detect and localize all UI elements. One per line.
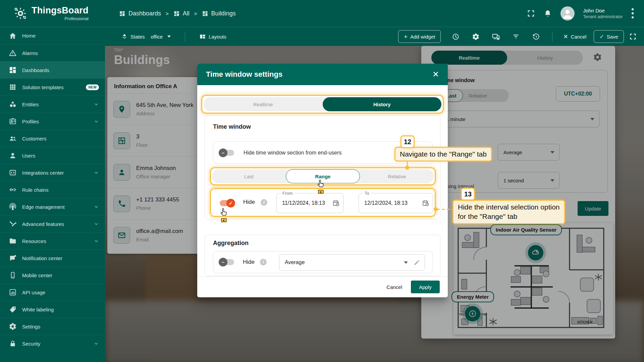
sidebar-item-edge-management[interactable]: Edge management xyxy=(0,198,105,215)
connected-devices-icon[interactable] xyxy=(486,33,506,41)
chevron-down-icon xyxy=(94,221,99,227)
mouse-cursor-range-tab xyxy=(317,179,325,189)
calendar-clock-icon[interactable] xyxy=(332,199,340,207)
dialog-tab-realtime[interactable]: Realtime xyxy=(204,97,323,111)
mouse-cursor-hide-toggle xyxy=(220,208,228,217)
add-widget-button[interactable]: + Add widget xyxy=(398,30,441,43)
version-history-icon[interactable] xyxy=(526,33,546,41)
sidebar-item-alarms[interactable]: Alarms xyxy=(0,44,105,61)
hide-label: Hide xyxy=(243,259,255,265)
callout-13-text: Hide the interval selection option for t… xyxy=(452,200,565,224)
more-menu-icon[interactable]: ••• xyxy=(631,7,634,19)
dashboards-icon xyxy=(9,66,17,74)
sidebar-item-notification-center[interactable]: Notification center xyxy=(0,249,105,266)
sidebar-item-solution-templates[interactable]: Solution templates NEW xyxy=(0,78,105,96)
dashboard-edit-toolbar: States office Layouts + Add widget xyxy=(105,27,644,46)
click-indicator xyxy=(318,190,324,194)
save-dashboard-button[interactable]: ✓ Save xyxy=(594,30,624,43)
states-value[interactable]: office xyxy=(151,34,163,40)
close-icon[interactable]: ✕ xyxy=(432,70,439,78)
hide-aggregation-toggle[interactable]: – xyxy=(220,259,234,265)
sidebar-item-resources[interactable]: Resources xyxy=(0,232,105,249)
from-date-field[interactable]: From 11/12/2024, 18:13 xyxy=(276,193,343,213)
sidebar-item-white-labeling[interactable]: White labeling xyxy=(0,301,105,318)
hide-label: Hide xyxy=(243,199,255,205)
time-window-clock-icon[interactable] xyxy=(445,33,466,41)
info-icon[interactable]: i xyxy=(261,199,267,206)
notifications-bell-icon[interactable] xyxy=(544,9,552,17)
gear-icon xyxy=(9,322,17,330)
lock-icon xyxy=(9,340,17,348)
mobile-icon xyxy=(9,271,17,279)
plus-icon: + xyxy=(404,34,408,40)
logo-gear-bug-icon xyxy=(13,6,28,21)
tools-icon xyxy=(9,220,17,228)
realtime-history-highlight: Realtime History xyxy=(201,95,444,114)
sidebar-item-integrations-center[interactable]: Integrations center xyxy=(0,164,105,181)
sidebar-item-profiles[interactable]: Profiles xyxy=(0,113,105,130)
cancel-edit-button[interactable]: ✕ Cancel xyxy=(558,33,591,40)
brand-subtitle: Professional xyxy=(64,16,89,21)
to-field-label: To xyxy=(363,191,371,196)
sidebar-item-customers[interactable]: Customers xyxy=(0,130,105,147)
breadcrumb-buildings[interactable]: Buildings xyxy=(202,10,236,17)
code-icon xyxy=(9,186,17,194)
info-icon[interactable]: i xyxy=(260,259,267,265)
chevron-down-icon xyxy=(94,102,99,107)
tab-last[interactable]: Last xyxy=(212,169,286,183)
dialog-apply-button[interactable]: Apply xyxy=(411,281,440,293)
breadcrumb-all[interactable]: All xyxy=(173,10,190,17)
edit-pencil-icon[interactable] xyxy=(413,259,421,266)
aggregation-row: – Hide i Average xyxy=(213,251,433,273)
dialog-cancel-button[interactable]: Cancel xyxy=(386,284,402,290)
sidebar-item-entities[interactable]: Entities xyxy=(0,96,105,113)
new-badge: NEW xyxy=(86,84,99,90)
time-window-heading: Time window xyxy=(213,123,251,130)
hide-time-window-label: Hide time window section from end-users xyxy=(244,150,342,156)
sidebar-item-api-usage[interactable]: API usage xyxy=(0,284,105,301)
layouts-icon xyxy=(199,33,206,40)
sidebar-item-settings[interactable]: Settings xyxy=(0,318,105,335)
callout-13-connector xyxy=(437,209,453,210)
hide-time-window-toggle[interactable]: – xyxy=(220,150,234,156)
sidebar-item-dashboards[interactable]: Dashboards xyxy=(0,61,105,78)
filter-icon[interactable] xyxy=(506,33,526,40)
layouts-button[interactable]: Layouts xyxy=(195,33,231,40)
fullscreen-icon[interactable] xyxy=(527,9,535,17)
calendar-clock-icon[interactable] xyxy=(422,199,429,207)
aggregation-function-select[interactable]: Average xyxy=(279,254,425,271)
sidebar-nav: Home Alarms Dashboards Solution template… xyxy=(0,27,105,362)
chevron-down-icon xyxy=(404,261,408,264)
hide-interval-toggle[interactable]: ✓ xyxy=(220,200,234,206)
dialog-tab-bar: Realtime History xyxy=(204,97,441,111)
sidebar-item-home[interactable]: Home xyxy=(0,27,105,44)
to-date-field[interactable]: To 12/12/2024, 18:13 xyxy=(359,193,433,213)
sidebar-item-users[interactable]: Users xyxy=(0,147,105,164)
dashboard-settings-gear-icon[interactable] xyxy=(466,33,486,41)
breadcrumb-separator: > xyxy=(194,11,197,16)
sidebar-item-advanced-features[interactable]: Advanced features xyxy=(0,215,105,232)
avatar[interactable] xyxy=(560,6,575,20)
tab-relative[interactable]: Relative xyxy=(360,169,434,183)
dialog-tab-history[interactable]: History xyxy=(323,97,442,111)
check-icon: ✓ xyxy=(599,34,604,40)
states-button[interactable]: States office xyxy=(116,33,175,40)
folder-icon xyxy=(9,237,17,245)
sidebar-item-mobile-center[interactable]: Mobile center xyxy=(0,266,105,284)
breadcrumb-dashboards[interactable]: Dashboards xyxy=(119,10,161,17)
chevron-down-icon xyxy=(94,204,99,209)
sidebar-item-security[interactable]: Security xyxy=(0,335,105,352)
callout-12-text: Navigate to the "Range" tab xyxy=(394,147,492,162)
apps-grid-icon xyxy=(9,83,17,91)
top-header: ThingsBoard Professional Dashboards > Al… xyxy=(0,0,644,27)
states-icon xyxy=(121,33,128,40)
toolbar-fullscreen-icon[interactable] xyxy=(629,33,637,40)
close-icon: ✕ xyxy=(563,33,568,40)
callout-12-anchor-dot xyxy=(405,166,409,170)
thingsboard-logo[interactable]: ThingsBoard Professional xyxy=(0,6,92,21)
dashboard-icon xyxy=(173,10,180,17)
notification-icon xyxy=(9,254,17,262)
dashboard-icon xyxy=(202,10,208,17)
callout-13-anchor-dot xyxy=(434,207,438,211)
sidebar-item-rule-chains[interactable]: Rule chains xyxy=(0,181,105,198)
